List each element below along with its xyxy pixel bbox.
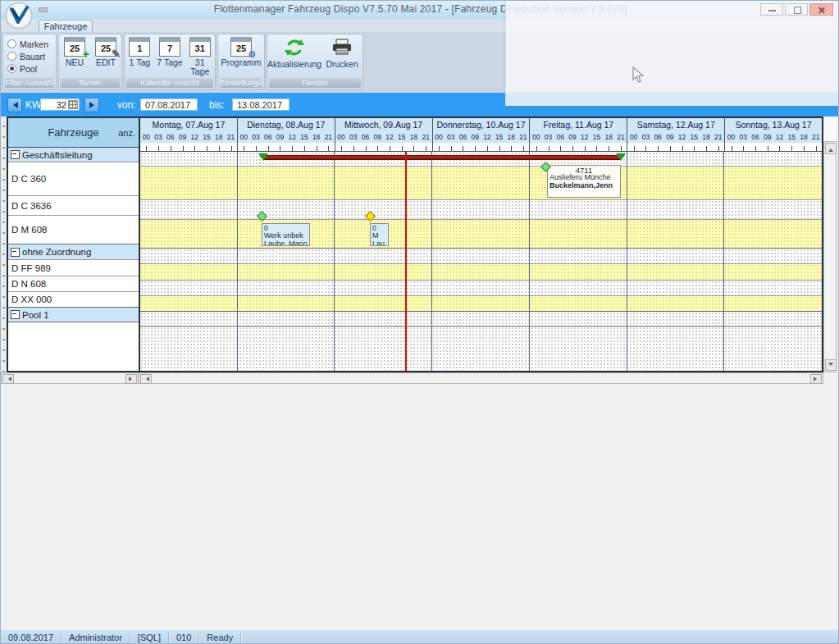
scroll-down-button[interactable] <box>825 359 837 371</box>
tick-icon <box>578 143 590 151</box>
arrow-left-icon <box>6 377 11 381</box>
view-1-tag-button[interactable]: 1 1 Tag <box>125 37 155 76</box>
scroll-left-button[interactable] <box>2 374 14 384</box>
day-header-row: Montag, 07.Aug 17Dienstag, 08.Aug 17Mitt… <box>140 118 822 132</box>
timeline-row-d-xx-000[interactable] <box>140 295 822 311</box>
hour-label: 21 <box>322 132 335 143</box>
vehicle-row-d-n-608[interactable]: D N 608 <box>8 276 139 291</box>
appointment-line3: Laube, Mario <box>264 240 308 247</box>
collapse-icon[interactable] <box>11 150 20 159</box>
radio-marken[interactable]: Marken <box>7 38 48 50</box>
appointment-line3: Buckelmann,Jenn <box>549 181 613 190</box>
group-row-pool-1[interactable]: Pool 1 <box>8 307 139 322</box>
hour-label: 09 <box>274 132 286 143</box>
programm-button[interactable]: 25 ⚙ Programm <box>218 37 264 67</box>
vehicle-row-d-c-3636[interactable]: D C 3636 <box>8 195 139 215</box>
hour-label: 00 <box>530 132 542 143</box>
vehicle-row-d-ff-989[interactable]: D FF 989 <box>8 259 139 276</box>
hour-label: 00 <box>335 132 348 143</box>
tick-icon <box>225 143 237 151</box>
hour-label: 09 <box>567 132 579 143</box>
scroll-right-button[interactable] <box>125 374 137 384</box>
timeline-row-d-m-608[interactable] <box>140 219 822 248</box>
timeline-row-pool-1[interactable] <box>140 311 822 326</box>
hour-label: 12 <box>676 132 688 143</box>
mdi-child-menu-icon[interactable] <box>39 7 48 12</box>
group-label-fenster: Fenster <box>269 78 361 88</box>
day-gridline <box>237 152 238 371</box>
group-row-ohne-zuordnung[interactable]: ohne Zuordnung <box>8 244 139 259</box>
bis-label: bis: <box>209 99 225 111</box>
appointment-4711-auslieferu-m-nche[interactable]: 4711Auslieferu MüncheBuckelmann,Jenn <box>547 165 621 198</box>
timeline-row-d-ff-989[interactable] <box>140 263 822 280</box>
tab-fahrzeuge[interactable]: Fahrzeuge <box>39 20 93 33</box>
vehicle-row-d-xx-000[interactable]: D XX 000 <box>8 291 139 307</box>
radio-marken-icon <box>7 39 16 48</box>
collapse-icon[interactable] <box>11 310 20 319</box>
tick-icon <box>335 143 348 151</box>
row-label: D M 608 <box>11 225 47 235</box>
ribbon-group-filter-auswahl: Marken Bauart Pool Filter Auswahl <box>2 34 57 90</box>
radio-bauart[interactable]: Bauart <box>7 50 48 62</box>
maximize-button[interactable] <box>785 3 808 16</box>
overlapping-window <box>505 1 839 106</box>
tick-icon <box>238 143 250 151</box>
calendar-31-badge: 31 <box>195 43 205 53</box>
week-range-bar[interactable] <box>263 155 621 160</box>
vehicle-row-d-c-360[interactable]: D C 360 <box>8 162 139 195</box>
timeline-row-empty[interactable] <box>140 326 822 371</box>
edit-button[interactable]: 25 ✎ EDIT <box>90 37 121 67</box>
scrollbar-corner <box>823 116 837 141</box>
hour-label: 06 <box>262 132 274 143</box>
tick-icon <box>615 143 627 151</box>
timeline-row-d-c-360[interactable] <box>140 166 822 199</box>
scroll-up-button[interactable] <box>825 143 837 154</box>
appointment-0-werk-unbek[interactable]: 0Werk unbekLaube, Mario <box>262 223 310 246</box>
date-from-input[interactable]: 07.08.2017 <box>140 98 198 111</box>
filler-row <box>8 322 139 371</box>
tick-icon <box>176 143 189 151</box>
collapse-icon[interactable] <box>11 248 20 257</box>
tick-icon <box>189 143 201 151</box>
tick-icon <box>809 143 822 151</box>
neu-button[interactable]: 25 + NEU <box>59 37 90 67</box>
arrow-right-icon <box>129 377 135 381</box>
next-week-button[interactable] <box>84 98 99 112</box>
timeline-vscrollbar[interactable] <box>823 141 837 372</box>
scroll-left-button[interactable] <box>140 374 152 384</box>
arrow-left-icon <box>144 377 149 381</box>
close-button[interactable] <box>809 3 833 16</box>
kw-calendar-button[interactable] <box>68 100 78 109</box>
resource-hscrollbar[interactable] <box>1 372 139 384</box>
tick-icon <box>640 143 652 151</box>
hour-label: 21 <box>225 132 237 143</box>
tick-icon <box>518 143 530 151</box>
scroll-right-button[interactable] <box>810 374 822 384</box>
hour-label: 21 <box>615 132 627 143</box>
vehicle-row-d-m-608[interactable]: D M 608 <box>8 215 139 244</box>
timeline-row-d-n-608[interactable] <box>140 280 822 295</box>
day-gridline <box>334 152 335 371</box>
timeline-row-d-c-3636[interactable] <box>140 199 822 219</box>
group-row-gesch-ftsleitung[interactable]: Geschäftsleitung <box>8 148 139 162</box>
timeline-hscrollbar[interactable] <box>139 372 823 384</box>
app-logo-icon[interactable] <box>5 2 33 30</box>
tick-icon <box>262 143 274 151</box>
timeline-row-ohne-zuordnung[interactable] <box>140 248 822 263</box>
tick-icon <box>212 143 225 151</box>
app-window: Flottenmanager Fahrzeug Dispo V7.5.70 Ma… <box>0 0 839 644</box>
view-31-tage-button[interactable]: 31 31 Tage <box>185 37 215 76</box>
date-to-input[interactable]: 13.08.2017 <box>232 98 290 111</box>
previous-week-button[interactable] <box>7 98 22 112</box>
radio-pool[interactable]: Pool <box>7 62 48 75</box>
tick-icon <box>664 143 677 151</box>
hour-label: 18 <box>408 132 420 143</box>
kw-value: 32 <box>57 100 66 110</box>
drucken-button[interactable]: Drucken <box>321 37 363 69</box>
kw-input[interactable]: 32 <box>40 98 80 111</box>
hour-label: 15 <box>688 132 700 143</box>
view-7-tage-button[interactable]: 7 7 Tage <box>155 37 185 76</box>
minimize-button[interactable] <box>760 3 783 16</box>
appointment-0-m[interactable]: 0MLau <box>370 223 389 246</box>
aktualisierung-button[interactable]: Aktualisierung <box>267 37 321 69</box>
